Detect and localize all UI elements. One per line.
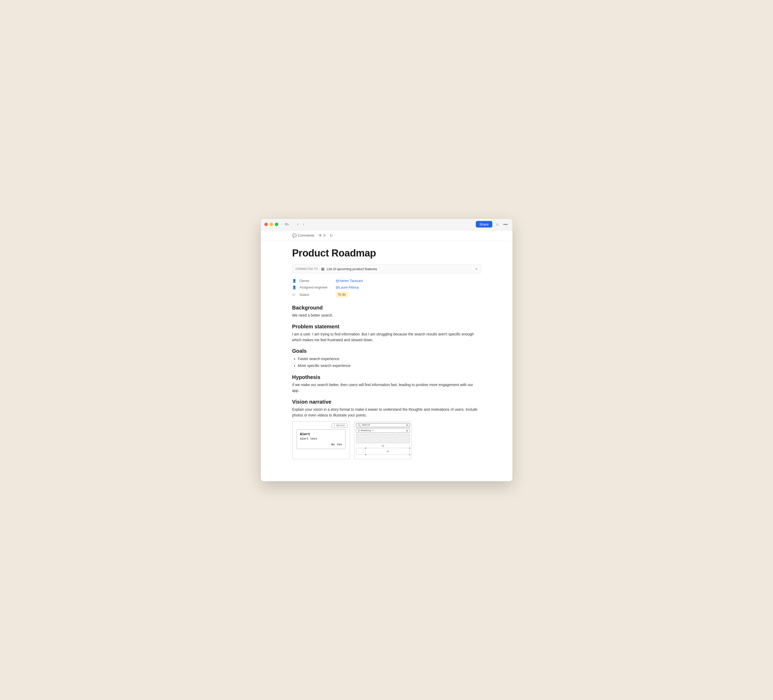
section-hypothesis: Hypothesis If we make our search better,… xyxy=(292,374,481,394)
doc-toolbar: 💬 Comments 👁 0 ↻ xyxy=(261,230,513,241)
property-owner: 👤 Owner @Adrien Taravant xyxy=(292,278,481,284)
problem-text: I am a user. I am trying to find informa… xyxy=(292,331,481,343)
list-item: Faster search experience xyxy=(298,356,481,362)
property-assigned-engineer: 👤 Assigned engineer @Laure Albouy xyxy=(292,284,481,291)
back-icon[interactable]: ‹ xyxy=(296,221,299,227)
sw-search-end: ⚙ xyxy=(406,424,408,426)
alert-no: No xyxy=(331,443,334,446)
chevron-up-icon[interactable]: ∧ xyxy=(475,267,478,271)
app-window: ≡› ‹ › Share ☆ ••• 💬 Comments 👁 0 ↻ xyxy=(261,219,513,481)
alert-actions: No Yes xyxy=(300,443,342,446)
eye-icon: 👁 xyxy=(318,233,322,238)
sw-thumbnail xyxy=(356,448,364,455)
comments-label: Comments xyxy=(298,233,314,237)
sw-dashed-area xyxy=(365,448,410,455)
property-status: 🏷 Status To do xyxy=(292,291,481,299)
hypothesis-text: If we make our search better, then users… xyxy=(292,382,481,394)
owner-value[interactable]: @Adrien Taravant xyxy=(336,279,363,283)
section-goals: Goals Faster search experience More spec… xyxy=(292,348,481,369)
sw-search-text: search xyxy=(362,424,405,426)
alert-yes: Yes xyxy=(337,443,342,446)
doc-body: Product Roadmap CONNECTED TO ▦ List of u… xyxy=(261,241,513,471)
nav-icons: ‹ › xyxy=(296,221,305,227)
sw-search-icon: 🔍 xyxy=(358,424,361,426)
problem-heading: Problem statement xyxy=(292,324,481,330)
vision-heading: Vision narrative xyxy=(292,399,481,405)
tag-icon: 🏷 xyxy=(292,293,298,297)
minimize-button[interactable] xyxy=(270,223,273,226)
owner-label: Owner xyxy=(299,279,334,283)
views-indicator: 👁 0 xyxy=(318,233,325,238)
sw-filter-icon: ☰ xyxy=(358,429,360,432)
titlebar-left: ≡› ‹ › xyxy=(265,221,305,227)
traffic-lights xyxy=(265,223,278,226)
alert-title: Alert xyxy=(300,432,342,436)
connected-name: List of upcoming product features xyxy=(327,267,473,271)
share-button[interactable]: Share xyxy=(476,221,492,228)
sw-handle-tl xyxy=(365,447,366,449)
more-options-icon[interactable]: ••• xyxy=(502,221,509,228)
person-icon: 👤 xyxy=(292,279,298,283)
views-count: 0 xyxy=(323,233,325,237)
vision-text: Explain your vision in a story format to… xyxy=(292,406,481,418)
titlebar-right: Share ☆ ••• xyxy=(476,221,509,228)
assigned-engineer-label: Assigned engineer xyxy=(299,285,334,289)
sw-filter-bar: ☰ Heading ▾ ⊞ xyxy=(356,428,410,433)
sw-bottom-row xyxy=(356,448,410,455)
wireframe-search: 🔍 search ⚙ ☰ Heading ▾ ⊞ xyxy=(354,421,412,459)
goals-heading: Goals xyxy=(292,348,481,354)
maximize-button[interactable] xyxy=(275,223,278,226)
wireframe-alert: < Button Alert Alert text No Yes xyxy=(292,421,350,459)
properties-section: 👤 Owner @Adrien Taravant 👤 Assigned engi… xyxy=(292,278,481,299)
vision-images: < Button Alert Alert text No Yes xyxy=(292,421,481,459)
background-text: We need a better search. xyxy=(292,312,481,318)
sw-handle-tr xyxy=(409,447,411,449)
status-label: Status xyxy=(299,293,334,297)
goals-list: Faster search experience More specific s… xyxy=(292,356,481,369)
sw-image-placeholder xyxy=(356,434,410,443)
section-background: Background We need a better search. xyxy=(292,305,481,318)
sync-button[interactable]: ↻ xyxy=(330,233,333,238)
sync-icon: ↻ xyxy=(330,233,333,238)
sidebar-toggle-icon[interactable]: ≡› xyxy=(285,222,289,227)
connected-label: CONNECTED TO xyxy=(296,268,318,270)
alert-top-bar: < Button xyxy=(294,424,347,428)
sw-center-handle xyxy=(382,445,384,447)
titlebar: ≡› ‹ › Share ☆ ••• xyxy=(261,219,513,230)
section-vision: Vision narrative Explain your vision in … xyxy=(292,399,481,460)
table-icon: ▦ xyxy=(321,267,324,271)
sw-handle-br xyxy=(409,454,411,455)
bookmark-icon[interactable]: ☆ xyxy=(495,221,500,228)
list-item: More specific search experience xyxy=(298,362,481,369)
sw-handle-bl xyxy=(365,454,366,455)
alert-dialog-box: Alert Alert text No Yes xyxy=(297,429,345,449)
hypothesis-heading: Hypothesis xyxy=(292,374,481,380)
comment-icon: 💬 xyxy=(292,233,297,238)
page-title: Product Roadmap xyxy=(292,247,481,260)
sw-filter-end: ⊞ xyxy=(406,429,408,432)
sw-search-bar: 🔍 search ⚙ xyxy=(356,423,410,427)
sw-handle-center xyxy=(387,450,388,452)
section-problem: Problem statement I am a user. I am tryi… xyxy=(292,324,481,343)
content-area: 💬 Comments 👁 0 ↻ Product Roadmap CONNECT… xyxy=(261,230,513,481)
background-heading: Background xyxy=(292,305,481,311)
sw-filter-text: Heading ▾ xyxy=(361,429,405,432)
close-button[interactable] xyxy=(265,223,268,226)
comments-button[interactable]: 💬 Comments xyxy=(292,233,314,238)
person-icon-2: 👤 xyxy=(292,285,298,289)
status-badge[interactable]: To do xyxy=(336,292,348,297)
alert-button-stub: < Button xyxy=(331,424,347,428)
alert-body: Alert text xyxy=(300,437,342,440)
connected-to-bar[interactable]: CONNECTED TO ▦ List of upcoming product … xyxy=(292,265,481,273)
forward-icon[interactable]: › xyxy=(302,221,305,227)
assigned-engineer-value[interactable]: @Laure Albouy xyxy=(336,285,359,289)
